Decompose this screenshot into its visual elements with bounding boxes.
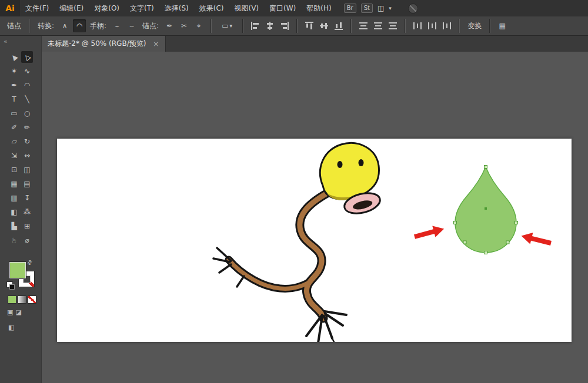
- zoom-tool[interactable]: ⌀: [21, 234, 33, 246]
- pen-tool[interactable]: ✒: [8, 79, 20, 91]
- anchor-bottom[interactable]: [485, 251, 487, 254]
- anchor-top[interactable]: [485, 166, 487, 169]
- shape-builder-tool[interactable]: ◫: [21, 164, 33, 176]
- stock-button[interactable]: St: [361, 4, 373, 13]
- rectangle-tool[interactable]: ▭: [8, 107, 20, 119]
- anchor-right[interactable]: [515, 221, 518, 224]
- align-left-button[interactable]: [249, 19, 262, 32]
- menu-object[interactable]: 对象(O): [89, 0, 125, 16]
- menu-edit[interactable]: 编辑(E): [54, 0, 89, 16]
- distribute-center-icon: [373, 22, 383, 30]
- mesh-tool[interactable]: ▤: [21, 178, 33, 190]
- canvas-area[interactable]: [41, 52, 588, 383]
- blend-tool[interactable]: ◧: [8, 206, 20, 218]
- chevron-down-icon[interactable]: ▾: [389, 5, 392, 11]
- divider: [296, 19, 298, 33]
- selection-tool[interactable]: ▲: [8, 51, 20, 63]
- bridge-button[interactable]: Br: [344, 4, 356, 13]
- direct-selection-tool[interactable]: △: [21, 51, 33, 63]
- distribute-left-button[interactable]: [411, 19, 424, 32]
- distribute-bottom-button[interactable]: [386, 19, 399, 32]
- anchor-left[interactable]: [454, 221, 457, 224]
- remove-anchor-button[interactable]: ✒: [163, 19, 176, 32]
- control-bar: 锚点 转换: ∧ ◠ 手柄: ⌣ ⌢ 锚点: ✒ ✂ ⌖ ▭ ▾ 变换: [0, 16, 588, 36]
- hand-tool[interactable]: ☞: [8, 234, 20, 246]
- perspective-grid-tool[interactable]: ▦: [8, 178, 20, 190]
- type-tool[interactable]: T: [8, 93, 20, 105]
- menu-help[interactable]: 帮助(H): [301, 0, 336, 16]
- anchor-bottom-right[interactable]: [506, 241, 509, 244]
- convert-corner-button[interactable]: ∧: [58, 19, 71, 32]
- line-segment-tool[interactable]: ╲: [21, 93, 33, 105]
- leaf-shape[interactable]: [454, 166, 518, 254]
- draw-behind-icon[interactable]: ◪: [15, 308, 21, 316]
- scale-tool[interactable]: ⇲: [8, 150, 20, 162]
- distribute-center-v-button[interactable]: [372, 19, 385, 32]
- align-bottom-button[interactable]: [332, 19, 345, 32]
- red-arrow-left[interactable]: [413, 223, 445, 243]
- draw-normal-icon[interactable]: ▣: [7, 308, 13, 316]
- default-fill-stroke-icon[interactable]: [6, 281, 13, 288]
- free-transform-tool[interactable]: ⊡: [8, 164, 20, 176]
- distribute-right-icon: [442, 22, 452, 30]
- close-icon[interactable]: ×: [153, 40, 159, 48]
- gradient-button[interactable]: [18, 295, 26, 304]
- transform-label[interactable]: 变换: [467, 21, 482, 31]
- collapse-panel-icon[interactable]: «: [4, 38, 8, 45]
- lasso-tool[interactable]: ∿: [21, 65, 33, 77]
- symbol-sprayer-tool[interactable]: ⁂: [21, 206, 33, 218]
- workspace-switcher-icon[interactable]: ◫: [377, 4, 384, 12]
- width-tool[interactable]: ↭: [21, 150, 33, 162]
- isolate-anchor-button[interactable]: ⌖: [192, 19, 205, 32]
- cut-path-button[interactable]: ✂: [178, 19, 191, 32]
- distribute-right-button[interactable]: [440, 19, 453, 32]
- swap-fill-stroke-icon[interactable]: ⇄: [25, 258, 34, 267]
- fill-color-swatch[interactable]: [9, 262, 26, 278]
- align-right-button[interactable]: [278, 19, 291, 32]
- distribute-top-button[interactable]: [357, 19, 370, 32]
- distribute-center-h-button[interactable]: [426, 19, 439, 32]
- align-top-button[interactable]: [303, 19, 316, 32]
- align-center-button[interactable]: [263, 19, 276, 32]
- red-arrow-right[interactable]: [520, 230, 552, 249]
- divider: [29, 19, 30, 33]
- eraser-tool[interactable]: ▱: [8, 136, 20, 147]
- menu-effect[interactable]: 效果(C): [194, 0, 229, 16]
- convert-label: 转换:: [38, 21, 54, 31]
- anchor-bottom-left[interactable]: [463, 241, 466, 244]
- anchors-label: 锚点:: [142, 21, 159, 31]
- left-eye: [338, 161, 343, 168]
- paintbrush-tool[interactable]: ✐: [8, 122, 20, 133]
- shape-preset-dropdown[interactable]: ▭ ▾: [217, 19, 237, 32]
- ellipse-tool[interactable]: ○: [21, 107, 33, 119]
- menu-type[interactable]: 文字(T): [125, 0, 159, 16]
- menu-view[interactable]: 视图(V): [229, 0, 264, 16]
- illustrator-window: Ai 文件(F) 编辑(E) 对象(O) 文字(T) 选择(S) 效果(C) 视…: [0, 0, 588, 383]
- convert-smooth-button[interactable]: ◠: [73, 19, 86, 32]
- bellsprout-figure[interactable]: [213, 143, 382, 342]
- artboard-tool[interactable]: ⊞: [21, 220, 33, 232]
- show-handles-button[interactable]: ⌣: [111, 19, 123, 32]
- distribute-bottom-icon: [388, 22, 397, 30]
- document-tab[interactable]: 未标题-2* @ 50% (RGB/预览) ×: [41, 36, 166, 52]
- sync-status-icon[interactable]: [408, 4, 418, 14]
- menu-select[interactable]: 选择(S): [159, 0, 194, 16]
- color-button[interactable]: [8, 295, 16, 304]
- transform-grid-button[interactable]: ▦: [496, 19, 509, 32]
- hide-handles-button[interactable]: ⌢: [125, 19, 138, 32]
- artboard[interactable]: [57, 139, 572, 342]
- none-button[interactable]: [28, 295, 36, 304]
- menu-file[interactable]: 文件(F): [20, 0, 54, 16]
- divider: [405, 19, 406, 33]
- screen-mode-icon[interactable]: ◧: [8, 324, 14, 331]
- align-middle-button[interactable]: [318, 19, 330, 32]
- center-point[interactable]: [485, 207, 487, 210]
- magic-wand-tool[interactable]: ✶: [8, 65, 20, 77]
- column-graph-tool[interactable]: ▙: [8, 220, 20, 232]
- eyedropper-tool[interactable]: ↧: [21, 192, 33, 204]
- curvature-tool[interactable]: ◠: [21, 79, 33, 91]
- gradient-tool[interactable]: ▥: [8, 192, 20, 204]
- menu-window[interactable]: 窗口(W): [264, 0, 301, 16]
- pencil-tool[interactable]: ✏: [21, 122, 33, 133]
- rotate-tool[interactable]: ↻: [21, 136, 33, 147]
